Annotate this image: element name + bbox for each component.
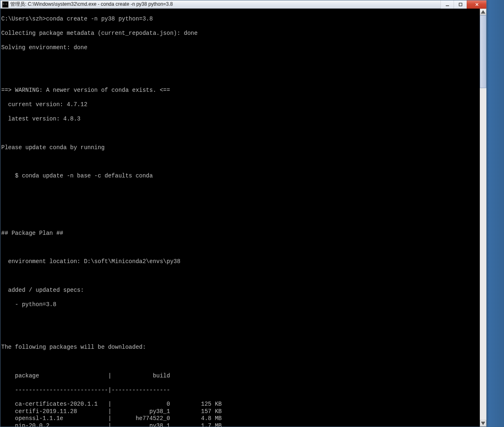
update-cmd: $ conda update -n base -c defaults conda: [1, 173, 480, 179]
close-button[interactable]: [467, 0, 486, 9]
chevron-up-icon: [480, 9, 486, 15]
maximize-icon: [458, 2, 463, 7]
close-icon: [475, 2, 479, 7]
table-header-sep: ---------------------------|------------…: [1, 387, 480, 394]
blank: [1, 201, 480, 208]
blank: [1, 315, 480, 322]
latest-version: latest version: 4.8.3: [1, 116, 480, 123]
cmd-icon: [2, 1, 9, 8]
table-row: ca-certificates-2020.1.1 | 0 125 KB: [1, 401, 480, 408]
collecting-line: Collecting package metadata (current_rep…: [1, 30, 480, 37]
blank: [1, 216, 480, 223]
download-header: The following packages will be downloade…: [1, 344, 480, 351]
scroll-thumb[interactable]: [480, 15, 486, 88]
plan-header: ## Package Plan ##: [1, 230, 480, 237]
maximize-button[interactable]: [454, 0, 467, 9]
terminal-output[interactable]: C:\Users\szh>conda create -n py38 python…: [0, 9, 480, 427]
window-title: 管理员: C:\Windows\system32\cmd.exe - conda…: [10, 1, 173, 8]
table-row: openssl-1.1.1e | he774522_0 4.8 MB: [1, 415, 480, 422]
warning-header: ==> WARNING: A newer version of conda ex…: [1, 87, 480, 94]
prompt-line: C:\Users\szh>conda create -n py38 python…: [1, 16, 480, 23]
table-row: pip-20.0.2 | py38_1 1.7 MB: [1, 422, 480, 427]
svg-marker-5: [481, 422, 485, 425]
scroll-down-button[interactable]: [480, 420, 486, 427]
please-update: Please update conda by running: [1, 144, 480, 151]
specs-header: added / updated specs:: [1, 287, 480, 294]
current-version: current version: 4.7.12: [1, 101, 480, 108]
svg-rect-1: [459, 3, 462, 6]
client-area: C:\Users\szh>conda create -n py38 python…: [0, 9, 486, 427]
scroll-up-button[interactable]: [480, 9, 486, 15]
blank: [1, 329, 480, 336]
window-buttons: [440, 0, 486, 9]
chevron-down-icon: [480, 420, 486, 426]
env-location: environment location: D:\soft\Miniconda2…: [1, 258, 480, 265]
table-row: certifi-2019.11.28 | py38_1 157 KB: [1, 408, 480, 415]
minimize-button[interactable]: [440, 0, 454, 9]
minimize-icon: [445, 2, 449, 7]
blank: [1, 130, 480, 137]
table-header: package | build: [1, 372, 480, 379]
blank: [1, 73, 480, 80]
scroll-track[interactable]: [480, 15, 486, 420]
blank: [1, 159, 480, 166]
package-table: ca-certificates-2020.1.1 | 0 125 KB cert…: [1, 401, 480, 427]
blank: [1, 358, 480, 365]
blank: [1, 273, 480, 279]
blank: [1, 59, 480, 66]
svg-marker-4: [481, 10, 485, 14]
blank: [1, 187, 480, 194]
blank: [1, 244, 480, 251]
desktop-background: [487, 0, 504, 427]
titlebar[interactable]: 管理员: C:\Windows\system32\cmd.exe - conda…: [0, 0, 486, 9]
specs-item: - python=3.8: [1, 301, 480, 308]
solving-line: Solving environment: done: [1, 44, 480, 51]
vertical-scrollbar[interactable]: [480, 9, 486, 427]
cmd-window: 管理员: C:\Windows\system32\cmd.exe - conda…: [0, 0, 487, 427]
